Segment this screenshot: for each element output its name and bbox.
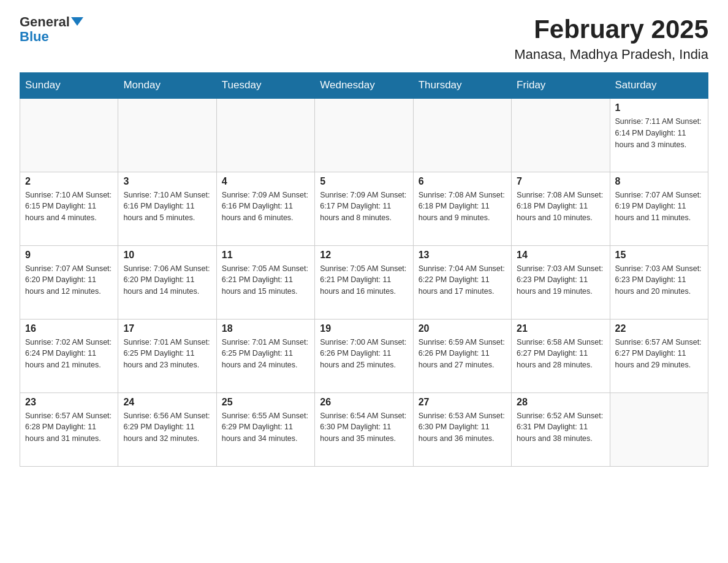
day-info: Sunrise: 6:53 AM Sunset: 6:30 PM Dayligh… <box>419 410 506 445</box>
day-number: 28 <box>517 397 604 408</box>
day-info: Sunrise: 7:06 AM Sunset: 6:20 PM Dayligh… <box>123 263 211 297</box>
calendar-day-cell: 9Sunrise: 7:07 AM Sunset: 6:20 PM Daylig… <box>20 245 118 319</box>
day-of-week-header: Wednesday <box>315 73 413 99</box>
calendar-week-row: 2Sunrise: 7:10 AM Sunset: 6:15 PM Daylig… <box>20 172 708 245</box>
day-of-week-header: Sunday <box>20 73 118 99</box>
calendar-day-cell: 22Sunrise: 6:57 AM Sunset: 6:27 PM Dayli… <box>610 319 708 393</box>
calendar-day-cell: 5Sunrise: 7:09 AM Sunset: 6:17 PM Daylig… <box>315 172 413 245</box>
day-info: Sunrise: 6:55 AM Sunset: 6:29 PM Dayligh… <box>222 410 309 445</box>
day-number: 19 <box>320 323 408 334</box>
day-number: 15 <box>615 250 703 261</box>
day-number: 16 <box>25 323 113 334</box>
day-number: 26 <box>320 397 408 408</box>
calendar-day-cell: 13Sunrise: 7:04 AM Sunset: 6:22 PM Dayli… <box>413 245 511 319</box>
day-info: Sunrise: 7:01 AM Sunset: 6:25 PM Dayligh… <box>123 337 211 371</box>
calendar-day-cell: 7Sunrise: 7:08 AM Sunset: 6:18 PM Daylig… <box>512 172 610 245</box>
day-number: 20 <box>419 323 506 334</box>
day-number: 21 <box>517 323 604 334</box>
day-number: 12 <box>320 250 408 261</box>
calendar-week-row: 9Sunrise: 7:07 AM Sunset: 6:20 PM Daylig… <box>20 245 708 319</box>
calendar-day-cell: 12Sunrise: 7:05 AM Sunset: 6:21 PM Dayli… <box>315 245 413 319</box>
calendar-day-cell: 3Sunrise: 7:10 AM Sunset: 6:16 PM Daylig… <box>118 172 216 245</box>
day-info: Sunrise: 7:00 AM Sunset: 6:26 PM Dayligh… <box>320 337 408 371</box>
day-info: Sunrise: 6:54 AM Sunset: 6:30 PM Dayligh… <box>320 410 408 445</box>
day-info: Sunrise: 7:07 AM Sunset: 6:19 PM Dayligh… <box>615 190 703 224</box>
day-number: 11 <box>222 250 309 261</box>
day-of-week-header: Saturday <box>610 73 708 99</box>
day-info: Sunrise: 6:56 AM Sunset: 6:29 PM Dayligh… <box>123 410 211 445</box>
calendar-day-cell: 24Sunrise: 6:56 AM Sunset: 6:29 PM Dayli… <box>118 393 216 466</box>
day-number: 27 <box>419 397 506 408</box>
calendar-day-cell: 17Sunrise: 7:01 AM Sunset: 6:25 PM Dayli… <box>118 319 216 393</box>
day-number: 4 <box>222 176 309 187</box>
day-number: 22 <box>615 323 703 334</box>
calendar-day-cell: 10Sunrise: 7:06 AM Sunset: 6:20 PM Dayli… <box>118 245 216 319</box>
calendar-header-row: SundayMondayTuesdayWednesdayThursdayFrid… <box>20 73 708 99</box>
calendar-day-cell <box>512 98 610 172</box>
day-number: 6 <box>419 176 506 187</box>
calendar-day-cell: 21Sunrise: 6:58 AM Sunset: 6:27 PM Dayli… <box>512 319 610 393</box>
day-number: 1 <box>615 102 703 113</box>
calendar-day-cell: 19Sunrise: 7:00 AM Sunset: 6:26 PM Dayli… <box>315 319 413 393</box>
day-info: Sunrise: 7:03 AM Sunset: 6:23 PM Dayligh… <box>517 263 604 297</box>
calendar-week-row: 23Sunrise: 6:57 AM Sunset: 6:28 PM Dayli… <box>20 393 708 466</box>
calendar-day-cell <box>216 98 314 172</box>
day-number: 13 <box>419 250 506 261</box>
day-info: Sunrise: 7:02 AM Sunset: 6:24 PM Dayligh… <box>25 337 113 371</box>
day-info: Sunrise: 6:52 AM Sunset: 6:31 PM Dayligh… <box>517 410 604 445</box>
day-number: 17 <box>123 323 211 334</box>
day-info: Sunrise: 6:57 AM Sunset: 6:28 PM Dayligh… <box>25 410 113 445</box>
day-of-week-header: Monday <box>118 73 216 99</box>
day-number: 8 <box>615 176 703 187</box>
day-info: Sunrise: 7:09 AM Sunset: 6:17 PM Dayligh… <box>320 190 408 224</box>
calendar-day-cell: 18Sunrise: 7:01 AM Sunset: 6:25 PM Dayli… <box>216 319 314 393</box>
day-of-week-header: Friday <box>512 73 610 99</box>
calendar-day-cell: 6Sunrise: 7:08 AM Sunset: 6:18 PM Daylig… <box>413 172 511 245</box>
day-number: 3 <box>123 176 211 187</box>
calendar-day-cell: 14Sunrise: 7:03 AM Sunset: 6:23 PM Dayli… <box>512 245 610 319</box>
day-number: 24 <box>123 397 211 408</box>
day-info: Sunrise: 7:05 AM Sunset: 6:21 PM Dayligh… <box>222 263 309 297</box>
day-number: 10 <box>123 250 211 261</box>
logo: General Blue <box>20 15 83 44</box>
calendar-day-cell <box>118 98 216 172</box>
day-number: 5 <box>320 176 408 187</box>
day-of-week-header: Thursday <box>413 73 511 99</box>
calendar-week-row: 1Sunrise: 7:11 AM Sunset: 6:14 PM Daylig… <box>20 98 708 172</box>
day-info: Sunrise: 7:09 AM Sunset: 6:16 PM Dayligh… <box>222 190 309 224</box>
day-of-week-header: Tuesday <box>216 73 314 99</box>
day-info: Sunrise: 7:08 AM Sunset: 6:18 PM Dayligh… <box>517 190 604 224</box>
day-info: Sunrise: 6:59 AM Sunset: 6:26 PM Dayligh… <box>419 337 506 371</box>
logo-triangle-icon <box>71 17 83 26</box>
calendar-day-cell <box>413 98 511 172</box>
calendar-day-cell: 11Sunrise: 7:05 AM Sunset: 6:21 PM Dayli… <box>216 245 314 319</box>
page-header: General Blue February 2025 Manasa, Madhy… <box>20 15 708 63</box>
day-info: Sunrise: 7:07 AM Sunset: 6:20 PM Dayligh… <box>25 263 113 297</box>
calendar-day-cell: 25Sunrise: 6:55 AM Sunset: 6:29 PM Dayli… <box>216 393 314 466</box>
calendar-day-cell: 1Sunrise: 7:11 AM Sunset: 6:14 PM Daylig… <box>610 98 708 172</box>
day-info: Sunrise: 7:11 AM Sunset: 6:14 PM Dayligh… <box>615 116 703 150</box>
calendar-day-cell: 2Sunrise: 7:10 AM Sunset: 6:15 PM Daylig… <box>20 172 118 245</box>
calendar-week-row: 16Sunrise: 7:02 AM Sunset: 6:24 PM Dayli… <box>20 319 708 393</box>
calendar-day-cell: 23Sunrise: 6:57 AM Sunset: 6:28 PM Dayli… <box>20 393 118 466</box>
calendar-day-cell <box>20 98 118 172</box>
day-info: Sunrise: 7:04 AM Sunset: 6:22 PM Dayligh… <box>419 263 506 297</box>
day-number: 18 <box>222 323 309 334</box>
title-block: February 2025 Manasa, Madhya Pradesh, In… <box>514 15 708 63</box>
day-number: 2 <box>25 176 113 187</box>
calendar-day-cell: 16Sunrise: 7:02 AM Sunset: 6:24 PM Dayli… <box>20 319 118 393</box>
calendar-day-cell: 20Sunrise: 6:59 AM Sunset: 6:26 PM Dayli… <box>413 319 511 393</box>
calendar-day-cell: 28Sunrise: 6:52 AM Sunset: 6:31 PM Dayli… <box>512 393 610 466</box>
logo-blue: Blue <box>20 29 83 44</box>
day-info: Sunrise: 7:08 AM Sunset: 6:18 PM Dayligh… <box>419 190 506 224</box>
day-info: Sunrise: 7:10 AM Sunset: 6:16 PM Dayligh… <box>123 190 211 224</box>
calendar-day-cell: 4Sunrise: 7:09 AM Sunset: 6:16 PM Daylig… <box>216 172 314 245</box>
day-number: 7 <box>517 176 604 187</box>
day-number: 9 <box>25 250 113 261</box>
calendar-day-cell: 26Sunrise: 6:54 AM Sunset: 6:30 PM Dayli… <box>315 393 413 466</box>
day-info: Sunrise: 7:10 AM Sunset: 6:15 PM Dayligh… <box>25 190 113 224</box>
calendar-day-cell: 8Sunrise: 7:07 AM Sunset: 6:19 PM Daylig… <box>610 172 708 245</box>
calendar-day-cell: 27Sunrise: 6:53 AM Sunset: 6:30 PM Dayli… <box>413 393 511 466</box>
day-info: Sunrise: 7:03 AM Sunset: 6:23 PM Dayligh… <box>615 263 703 297</box>
day-info: Sunrise: 6:58 AM Sunset: 6:27 PM Dayligh… <box>517 337 604 371</box>
